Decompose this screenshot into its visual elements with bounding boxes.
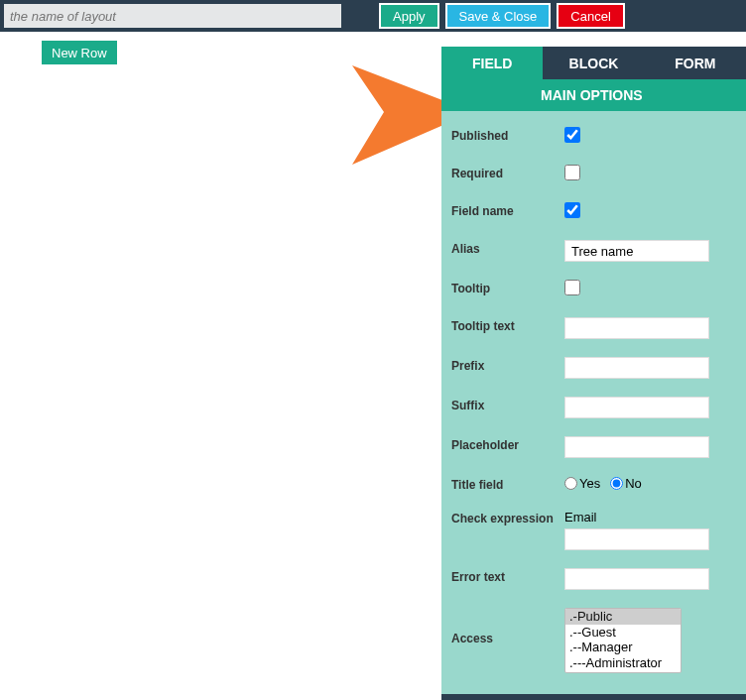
panel-tabs: FIELD BLOCK FORM [441,47,746,79]
label-access: Access [451,608,564,645]
error-text-input[interactable] [564,568,709,590]
required-checkbox[interactable] [564,165,580,180]
check-expression-value: Email [564,510,736,525]
alias-input[interactable] [564,240,709,262]
access-option[interactable]: .--Manager [565,640,681,655]
label-placeholder: Placeholder [451,436,564,452]
access-option[interactable]: .-Public [565,609,681,625]
label-prefix: Prefix [451,357,564,373]
tab-block[interactable]: BLOCK [543,47,644,79]
label-published: Published [451,127,564,143]
prefix-input[interactable] [564,357,709,379]
placeholder-input[interactable] [564,436,709,458]
layout-name-input[interactable] [4,4,341,28]
field-name-checkbox[interactable] [564,202,580,218]
tab-form[interactable]: FORM [645,47,746,79]
apply-button[interactable]: Apply [379,3,439,29]
side-panel: FIELD BLOCK FORM MAIN OPTIONS Published … [441,47,746,700]
tooltip-checkbox[interactable] [564,280,580,295]
title-field-yes-radio[interactable] [564,477,577,490]
label-tooltip: Tooltip [451,280,564,295]
cancel-button[interactable]: Cancel [557,3,624,29]
title-field-yes-label: Yes [579,476,600,491]
label-title-field: Title field [451,476,564,492]
published-checkbox[interactable] [564,127,580,143]
save-close-button[interactable]: Save & Close [445,3,552,29]
label-error-text: Error text [451,568,564,584]
access-option[interactable]: .--Guest [565,625,681,641]
top-bar: Apply Save & Close Cancel [0,0,746,32]
main-options-header[interactable]: MAIN OPTIONS [441,79,746,111]
tab-field[interactable]: FIELD [441,47,543,79]
new-row-button[interactable]: New Row [40,39,119,66]
suffix-input[interactable] [564,397,709,418]
check-expression-input[interactable] [564,528,709,550]
form-body: Published Required Field name Alias Tool… [441,111,746,694]
title-field-no-radio[interactable] [610,477,623,490]
label-required: Required [451,165,564,180]
title-field-no-label: No [625,476,642,491]
label-suffix: Suffix [451,397,564,412]
label-alias: Alias [451,240,564,256]
label-tooltip-text: Tooltip text [451,317,564,333]
label-check-expression: Check expression [451,510,564,525]
label-field-name: Field name [451,202,564,218]
access-option[interactable]: .---Administrator [565,655,681,671]
tooltip-text-input[interactable] [564,317,709,339]
styling-options-header[interactable]: STYLING OPTIONS [441,694,746,700]
access-listbox[interactable]: .-Public.--Guest.--Manager.---Administra… [564,608,682,673]
